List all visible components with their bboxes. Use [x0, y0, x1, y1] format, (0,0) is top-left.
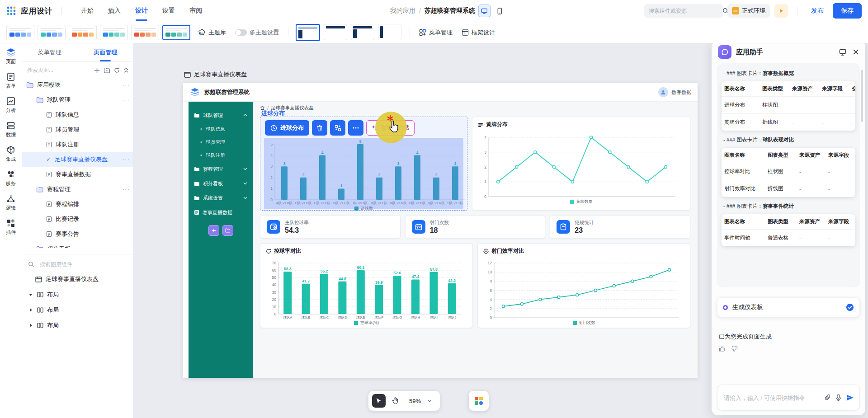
- tree-item-比赛记录[interactable]: 比赛记录: [22, 211, 133, 226]
- page-search-input[interactable]: [26, 66, 90, 74]
- layout-template-3[interactable]: [378, 24, 401, 40]
- layout-template-0[interactable]: [296, 24, 320, 41]
- theme-swatch-1[interactable]: [38, 25, 66, 40]
- more-icon[interactable]: ···: [123, 245, 130, 248]
- environment-selector[interactable]: </> 正式环境: [727, 4, 770, 18]
- tree-item-球队注册[interactable]: 球队注册: [22, 137, 133, 152]
- multi-theme-toggle-item[interactable]: 多主题设置: [235, 28, 279, 37]
- tree-item-足球赛事直播仪表盘[interactable]: ✓足球赛事直播仪表盘···: [22, 152, 133, 167]
- component-search-input[interactable]: [648, 7, 720, 14]
- top-tab-4[interactable]: 审阅: [183, 1, 208, 21]
- tab-menu-manage[interactable]: 菜单管理: [35, 43, 64, 61]
- publish-button[interactable]: 发布: [807, 4, 828, 18]
- menu-manage-button[interactable]: 菜单管理: [419, 28, 453, 37]
- tree-item-赛程管理[interactable]: 赛程管理···: [22, 182, 133, 197]
- app-menu-赛程管理[interactable]: 赛程管理: [189, 162, 253, 176]
- theme-swatch-4[interactable]: [131, 25, 159, 40]
- desktop-view-button[interactable]: [479, 5, 491, 17]
- artboard[interactable]: 苏超联赛管理系统 数睿数据 球队管理•球队信息•球员管理•球队注册赛程管理积分看…: [183, 83, 698, 378]
- dock-panel-icon[interactable]: [839, 49, 846, 56]
- app-menu-球队注册[interactable]: •球队注册: [189, 149, 253, 162]
- tree-item-赛程编排[interactable]: 赛程编排: [22, 197, 133, 211]
- app-logo-icon[interactable]: [6, 6, 16, 16]
- stat-card-射门次数[interactable]: 射门次数18: [405, 215, 546, 239]
- assistant-message-scroll[interactable]: - ### 图表卡片：赛事数据概览图表名称图表类型来源资产来源字段交进球分布柱状…: [717, 63, 860, 287]
- save-button[interactable]: 保存: [833, 3, 862, 19]
- assistant-input-box[interactable]: [717, 385, 860, 411]
- app-menu-球员管理[interactable]: •球员管理: [189, 136, 253, 149]
- thumbs-up-icon[interactable]: [719, 345, 726, 352]
- top-tab-2[interactable]: 设计: [129, 1, 154, 21]
- component-search[interactable]: [644, 4, 723, 18]
- top-tab-0[interactable]: 开始: [75, 1, 100, 21]
- theme-swatch-5[interactable]: [162, 25, 190, 40]
- tree-item-球员管理[interactable]: 球员管理: [22, 122, 133, 137]
- pan-tool-button[interactable]: [388, 394, 402, 408]
- rail-item-分析[interactable]: 分析: [6, 97, 16, 114]
- tree-item-球队信息[interactable]: 球队信息: [22, 107, 133, 122]
- component-name-button[interactable]: 进球分布: [265, 120, 309, 136]
- attach-file-icon[interactable]: [824, 394, 831, 401]
- layout-template-2[interactable]: [351, 24, 374, 40]
- more-actions-button[interactable]: [348, 120, 363, 136]
- more-icon[interactable]: ···: [123, 186, 130, 193]
- layer-root-item[interactable]: 足球赛事直播仪表盘: [22, 272, 133, 287]
- app-menu-积分看板[interactable]: 积分看板: [189, 176, 253, 191]
- canvas-page-tab[interactable]: 足球赛事直播仪表盘: [184, 70, 247, 79]
- stat-card-主队控球率[interactable]: 主队控球率54.3: [260, 215, 401, 239]
- rail-item-插件[interactable]: 插件: [6, 219, 16, 236]
- rail-item-页面[interactable]: 页面: [6, 48, 16, 65]
- tree-item-应用模块[interactable]: 应用模块···: [22, 77, 133, 92]
- collapse-all-icon[interactable]: [123, 67, 129, 73]
- tree-item-积分看板[interactable]: 积分看板···: [22, 241, 133, 248]
- component-library-button[interactable]: [469, 391, 489, 411]
- design-canvas[interactable]: 足球赛事直播仪表盘 苏超联赛管理系统 数睿数据 球队管理•球队信息•球员管理•球…: [133, 43, 711, 418]
- chart-card-possession-compare[interactable]: 控球率对比 01020304050607058.341.755.244.860.…: [260, 243, 473, 328]
- app-menu-球队管理[interactable]: 球队管理: [189, 108, 253, 122]
- rail-item-服务[interactable]: 服务: [6, 170, 16, 187]
- layer-item-0[interactable]: 布局: [22, 287, 133, 302]
- rail-item-集成[interactable]: 集成: [6, 146, 16, 163]
- chevron-down-icon[interactable]: [28, 293, 33, 296]
- task-card-generate-dashboard[interactable]: 生成仪表板: [717, 297, 860, 317]
- multi-theme-toggle[interactable]: [235, 29, 247, 36]
- tree-item-球队管理[interactable]: 球队管理···: [22, 92, 133, 107]
- app-menu-系统设置[interactable]: 系统设置: [189, 191, 253, 205]
- select-tool-button[interactable]: [372, 394, 386, 408]
- chart-card-yellow-cards[interactable]: 黄牌分布 01234黄牌数量: [472, 117, 690, 211]
- chevron-right-icon[interactable]: [28, 308, 33, 312]
- breadcrumb-parent[interactable]: 我的应用: [390, 7, 415, 15]
- theme-library-button[interactable]: 主题库: [198, 28, 226, 37]
- more-icon[interactable]: ···: [123, 96, 130, 103]
- frame-design-button[interactable]: 框架设计: [462, 28, 495, 37]
- top-tab-1[interactable]: 插入: [102, 1, 127, 21]
- selected-chart-card-goal-distribution[interactable]: 进球分布 进球分布: [260, 117, 467, 211]
- more-icon[interactable]: ···: [123, 156, 130, 163]
- theme-swatch-2[interactable]: [69, 25, 97, 40]
- scrollbar-thumb[interactable]: [861, 70, 863, 122]
- chart-card-shot-efficiency[interactable]: 射门效率对比 024681012射门次数: [477, 243, 690, 328]
- add-menu-folder-button[interactable]: [222, 225, 233, 236]
- rail-item-表单[interactable]: 表单: [6, 72, 16, 89]
- theme-swatch-3[interactable]: [100, 25, 128, 40]
- chart-goal-distribution[interactable]: 0123453241523423A队 vs B队C队 vs D队E队 vs F队…: [264, 138, 463, 209]
- thumbs-down-icon[interactable]: [731, 345, 738, 352]
- app-menu-赛事直播数据[interactable]: 赛事直播数据: [189, 205, 253, 220]
- add-menu-button[interactable]: [208, 225, 219, 236]
- refresh-icon[interactable]: [114, 67, 120, 73]
- add-folder-icon[interactable]: [104, 67, 110, 73]
- delete-component-button[interactable]: [312, 120, 327, 136]
- mobile-view-button[interactable]: [494, 5, 506, 17]
- chevron-right-icon[interactable]: [28, 324, 33, 327]
- rail-item-逻辑[interactable]: 逻辑: [6, 194, 16, 211]
- zoom-control[interactable]: 59%: [405, 398, 436, 404]
- theme-swatch-0[interactable]: [6, 25, 34, 40]
- more-icon[interactable]: ···: [123, 81, 130, 88]
- layer-item-2[interactable]: 布局: [22, 318, 133, 333]
- layer-item-1[interactable]: 布局: [22, 302, 133, 318]
- layout-template-1[interactable]: [324, 24, 347, 40]
- assistant-input[interactable]: [723, 394, 820, 402]
- layer-search-input[interactable]: [39, 261, 127, 268]
- rail-item-数据[interactable]: 数据: [6, 121, 16, 138]
- preview-run-button[interactable]: [774, 4, 788, 18]
